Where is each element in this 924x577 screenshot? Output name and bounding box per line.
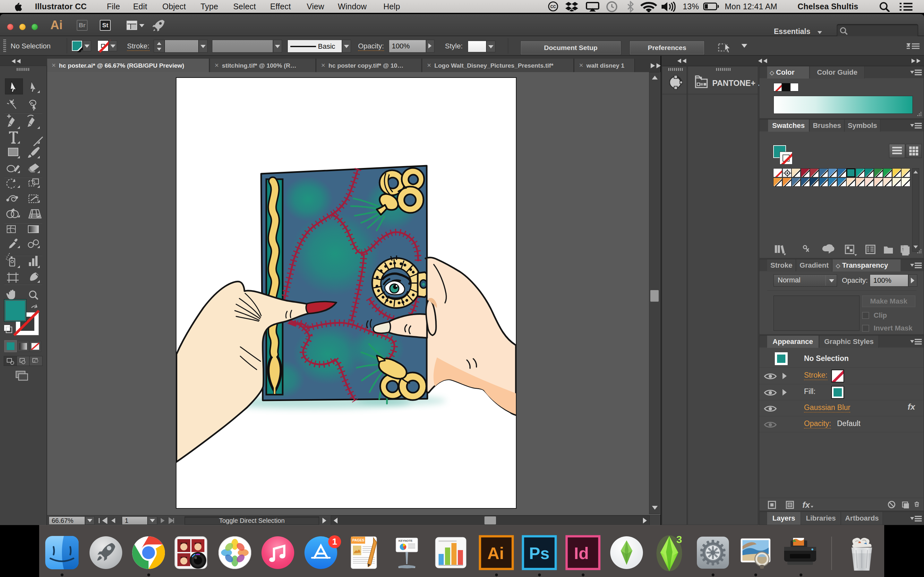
- svg-text:Ai: Ai: [487, 544, 504, 562]
- svg-text:PAGES: PAGES: [352, 538, 365, 542]
- svg-text:1: 1: [332, 537, 337, 546]
- svg-text:Ps: Ps: [529, 544, 549, 562]
- svg-text:Id: Id: [574, 544, 589, 562]
- svg-text:CC: CC: [550, 5, 556, 9]
- svg-text:fx: fx: [803, 500, 811, 510]
- svg-text:KEYNOTE: KEYNOTE: [399, 539, 413, 542]
- svg-text:3: 3: [676, 534, 682, 545]
